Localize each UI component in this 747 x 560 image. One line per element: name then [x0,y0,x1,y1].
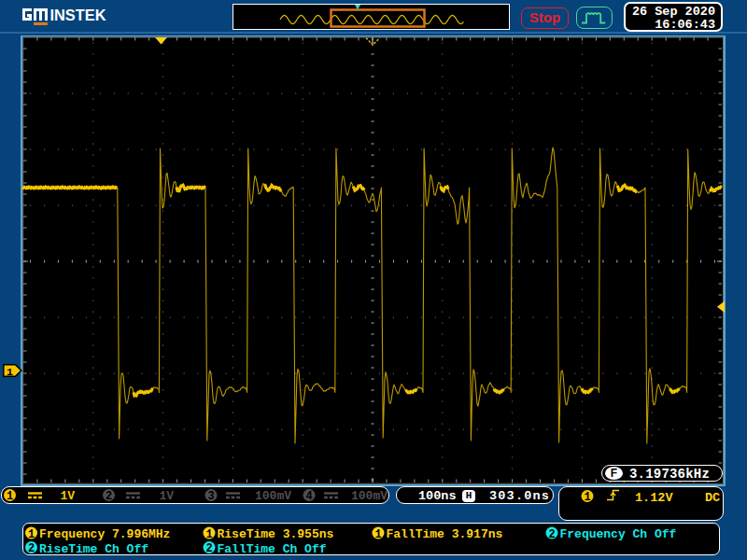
svg-text:100mV: 100mV [255,489,291,503]
svg-text:1: 1 [28,528,35,541]
svg-text:2: 2 [106,490,112,503]
svg-text:Frequency Ch Off: Frequency Ch Off [560,527,677,541]
svg-text:2: 2 [205,542,212,555]
svg-text:100mV: 100mV [351,489,388,503]
svg-text:RiseTime 3.955ns: RiseTime 3.955ns [218,527,334,541]
svg-text:Frequency 7.996MHz: Frequency 7.996MHz [39,527,170,541]
svg-text:4: 4 [305,490,312,503]
svg-text:1: 1 [7,366,13,378]
svg-text:1.12V: 1.12V [635,491,673,505]
svg-text:RiseTime Ch Off: RiseTime Ch Off [39,542,148,556]
svg-text:DC: DC [705,491,720,505]
svg-text:2: 2 [28,542,35,555]
svg-text:FallTime Ch Off: FallTime Ch Off [218,542,327,556]
svg-text:1V: 1V [60,489,75,503]
svg-text:3: 3 [207,490,214,503]
svg-text:1: 1 [7,490,13,503]
svg-text:1: 1 [584,491,590,504]
svg-text:1: 1 [374,528,381,541]
svg-text:1: 1 [205,528,212,541]
svg-text:2: 2 [548,528,555,541]
svg-text:FallTime 3.917ns: FallTime 3.917ns [387,527,503,541]
svg-text:1V: 1V [159,489,174,503]
